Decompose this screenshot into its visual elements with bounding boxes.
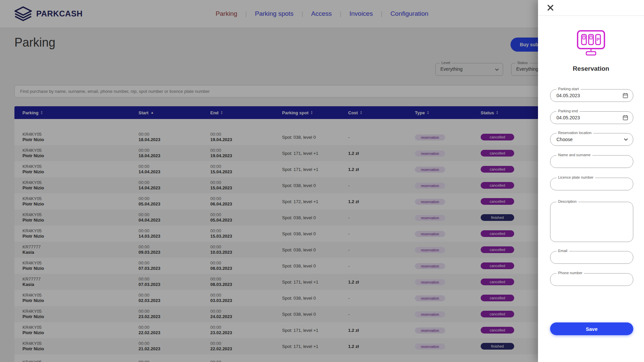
phone-number-input[interactable] <box>550 274 633 286</box>
field-description: Description <box>550 202 633 242</box>
chevron-down-icon[interactable] <box>623 137 629 142</box>
calendar-icon[interactable] <box>622 93 629 99</box>
field-parking-start: Parking start <box>550 89 633 102</box>
app-root: PARKCASH Parking|Parking spots|Access|In… <box>0 0 644 362</box>
parking-end-input[interactable] <box>550 112 633 124</box>
field-licence-plate-number: Licence plate number <box>550 178 633 190</box>
field-email: Email <box>550 251 633 264</box>
email-input[interactable] <box>550 251 633 263</box>
reservation-location-select[interactable] <box>550 133 633 145</box>
field-reservation-location: Reservation location <box>550 133 633 146</box>
parking-meters-icon: P <box>574 29 608 58</box>
svg-text:P: P <box>597 37 600 42</box>
field-name-and-surname: Name and surname <box>550 155 633 168</box>
parking-start-input[interactable] <box>550 89 633 102</box>
reservation-drawer: P Reservation Parking start Parking end <box>538 0 644 362</box>
description-textarea[interactable] <box>550 202 633 242</box>
save-button[interactable]: Save <box>550 322 633 335</box>
licence-plate-number-input[interactable] <box>550 178 633 190</box>
drawer-title: Reservation <box>538 65 644 72</box>
field-parking-end: Parking end <box>550 111 633 124</box>
close-icon[interactable] <box>545 3 555 13</box>
drawer-divider <box>538 15 644 16</box>
field-phone-number: Phone number <box>550 273 633 286</box>
calendar-icon[interactable] <box>622 115 629 121</box>
name-and-surname-input[interactable] <box>550 156 633 168</box>
